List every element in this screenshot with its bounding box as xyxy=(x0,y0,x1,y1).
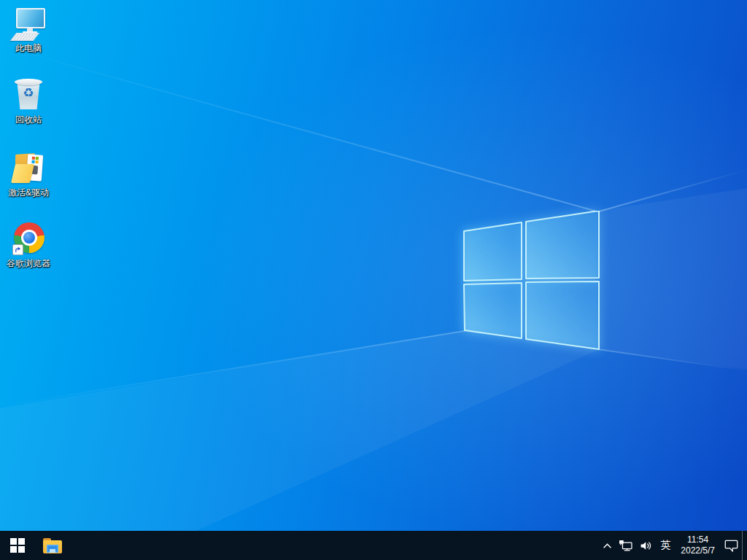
wallpaper-light-beam xyxy=(0,0,747,560)
start-button[interactable] xyxy=(0,531,35,560)
network-button[interactable] xyxy=(616,531,636,560)
volume-button[interactable] xyxy=(636,531,656,560)
desktop-icon-label: 谷歌浏览器 xyxy=(7,258,50,268)
this-pc-icon xyxy=(7,6,50,41)
desktop-icon-activation-drivers[interactable]: 激活&驱动 xyxy=(1,150,56,198)
wallpaper-light-ray xyxy=(0,45,599,213)
network-ethernet-icon xyxy=(619,540,632,551)
file-explorer-button[interactable] xyxy=(35,531,70,560)
desktop-icon-label: 激活&驱动 xyxy=(8,187,49,198)
windows-logo-icon xyxy=(10,538,25,553)
recycle-symbol-icon: ♻ xyxy=(15,85,42,100)
file-explorer-icon xyxy=(43,538,62,553)
speaker-icon xyxy=(640,540,652,551)
taskbar: 英 11:54 2022/5/7 xyxy=(0,531,747,560)
ime-indicator[interactable]: 英 xyxy=(656,531,675,560)
desktop-icon-google-chrome[interactable]: 谷歌浏览器 xyxy=(1,221,56,268)
windows-flag-mini-icon xyxy=(31,157,39,164)
wallpaper-light-beam xyxy=(0,0,747,560)
taskbar-clock[interactable]: 11:54 2022/5/7 xyxy=(675,534,721,556)
recycle-bin-icon: ♻ xyxy=(7,77,50,112)
wallpaper-light-ray xyxy=(0,330,465,407)
tray-expand-button[interactable] xyxy=(599,531,616,560)
system-tray: 英 11:54 2022/5/7 xyxy=(599,531,747,560)
desktop-icon-label: 回收站 xyxy=(15,114,42,125)
desktop-icon-recycle-bin[interactable]: ♻ 回收站 xyxy=(1,77,56,125)
open-folder-icon xyxy=(7,150,50,185)
clock-date: 2022/5/7 xyxy=(681,545,715,556)
wallpaper-light-ray xyxy=(599,169,747,212)
desktop-surface: 此电脑 ♻ 回收站 激活&驱动 xyxy=(0,0,747,560)
desktop-icon-this-pc[interactable]: 此电脑 xyxy=(1,6,56,53)
wallpaper-light-ray xyxy=(598,349,747,371)
clock-time: 11:54 xyxy=(687,534,708,545)
shortcut-arrow-icon xyxy=(12,244,23,255)
speech-bubble-icon xyxy=(724,540,738,552)
desktop-icon-label: 此电脑 xyxy=(15,43,42,53)
show-desktop-button[interactable] xyxy=(742,531,747,560)
windows-flag-logo xyxy=(463,211,600,350)
chrome-icon xyxy=(7,221,50,256)
chevron-up-icon xyxy=(603,542,612,549)
action-center-button[interactable] xyxy=(721,531,742,560)
